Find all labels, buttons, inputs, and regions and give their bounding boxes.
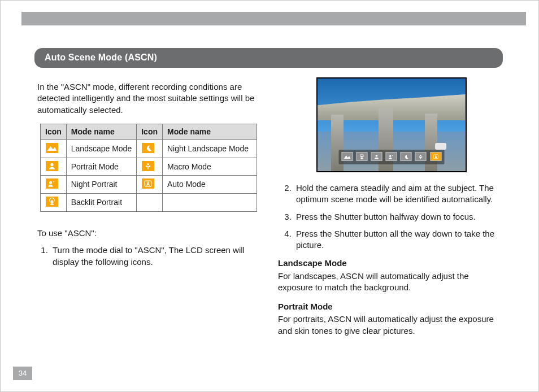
table-row: Night Portrait Auto Mode — [41, 176, 257, 194]
landscape-mode-heading: Landscape Mode — [278, 258, 505, 269]
landscape-mode-text: For landscapes, ASCN will automatically … — [278, 271, 505, 294]
th-icon: Icon — [41, 124, 67, 140]
section-title: Auto Scene Mode (ASCN) — [45, 53, 157, 62]
empty-cell — [137, 194, 163, 212]
page-number-badge: 34 — [13, 367, 32, 380]
th-mode-name: Mode name — [66, 124, 136, 140]
macro-icon — [415, 152, 427, 161]
th-mode-name: Mode name — [162, 124, 257, 140]
moon-icon — [141, 142, 155, 154]
mode-name-cell: Landscape Mode — [66, 140, 136, 158]
page-number: 34 — [19, 368, 27, 378]
mode-name-cell: Macro Mode — [162, 158, 257, 176]
car — [435, 143, 446, 150]
auto-a-icon — [430, 152, 441, 161]
content-columns: In the "ASCN" mode, different recording … — [34, 73, 505, 363]
landscape-icon — [341, 152, 353, 161]
auto-a-icon — [141, 178, 155, 189]
right-column: Hold the camera steadily and aim at the … — [278, 73, 505, 363]
step-item: Hold the camera steadily and aim at the … — [294, 182, 505, 206]
portrait-icon — [45, 160, 59, 172]
moon-icon — [401, 152, 412, 161]
mode-name-cell: Portrait Mode — [66, 158, 136, 176]
to-use-label: To use "ASCN": — [34, 228, 261, 239]
night-portrait-icon — [45, 178, 59, 189]
mode-name-cell — [162, 194, 257, 212]
step-item: Press the Shutter button all the way dow… — [294, 228, 505, 251]
mode-name-cell: Night Landscape Mode — [162, 140, 257, 158]
mode-name-cell: Auto Mode — [162, 176, 257, 194]
backlit-portrait-icon — [356, 152, 367, 161]
th-icon: Icon — [137, 124, 163, 140]
portrait-mode-text: For portraits, ASCN will automatically a… — [278, 313, 505, 337]
landscape-icon — [45, 142, 59, 154]
section-title-bar: Auto Scene Mode (ASCN) — [34, 48, 503, 68]
backlit-portrait-icon — [45, 196, 59, 207]
table-row: Backlit Portrait — [41, 194, 257, 212]
table-row: Portrait Mode Macro Mode — [41, 158, 257, 176]
night-portrait-icon — [386, 152, 397, 161]
mode-name-cell: Night Portrait — [66, 176, 136, 194]
step-item: Turn the mode dial to "ASCN", The LCD sc… — [50, 245, 261, 268]
lcd-preview-illustration — [316, 77, 467, 172]
left-column: In the "ASCN" mode, different recording … — [34, 73, 261, 363]
steps-right: Hold the camera steadily and aim at the … — [278, 182, 505, 251]
top-rule — [21, 12, 526, 25]
portrait-mode-heading: Portrait Mode — [278, 301, 505, 312]
mode-name-cell: Backlit Portrait — [66, 194, 136, 212]
table-row: Landscape Mode Night Landscape Mode — [41, 140, 257, 158]
macro-icon — [141, 160, 155, 172]
steps-left: Turn the mode dial to "ASCN", The LCD sc… — [34, 245, 261, 268]
on-screen-icon-strip — [338, 150, 444, 164]
step-item: Press the Shutter button halfway down to… — [294, 211, 505, 223]
manual-page: Auto Scene Mode (ASCN) In the "ASCN" mod… — [0, 0, 539, 392]
intro-text: In the "ASCN" mode, different recording … — [34, 81, 261, 116]
portrait-icon — [371, 152, 382, 161]
mode-table: Icon Mode name Icon Mode name Landscape … — [40, 124, 257, 212]
table-header-row: Icon Mode name Icon Mode name — [41, 124, 257, 140]
